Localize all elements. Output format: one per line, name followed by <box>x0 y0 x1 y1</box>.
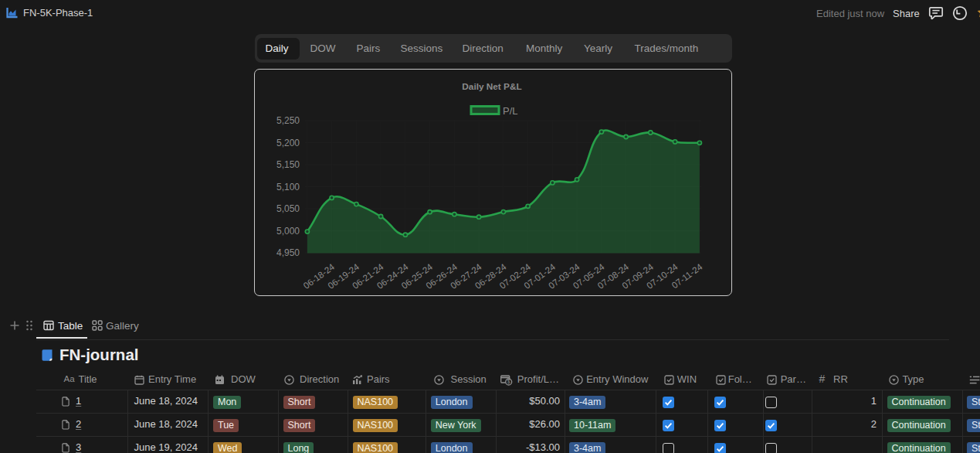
svg-text:P/L: P/L <box>503 105 518 117</box>
svg-text:5,150: 5,150 <box>276 159 300 170</box>
svg-text:5,200: 5,200 <box>276 138 300 148</box>
svg-text:5,000: 5,000 <box>276 226 300 237</box>
svg-text:5,050: 5,050 <box>276 203 300 214</box>
svg-text:$: $ <box>507 379 510 384</box>
svg-text:5,100: 5,100 <box>276 182 300 192</box>
svg-text:5,250: 5,250 <box>276 115 300 126</box>
svg-text:Daily Net P&L: Daily Net P&L <box>462 81 521 92</box>
svg-text:4,950: 4,950 <box>276 247 300 258</box>
